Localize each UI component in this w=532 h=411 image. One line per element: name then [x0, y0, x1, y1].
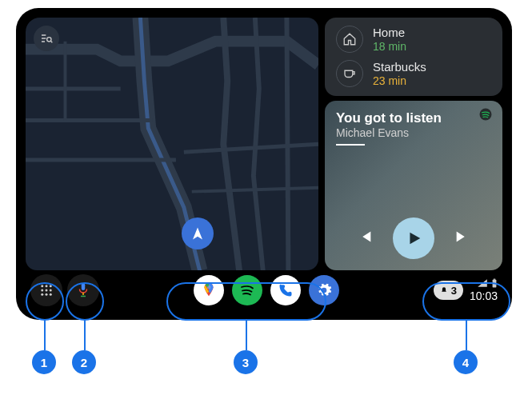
annotation-leader	[246, 321, 247, 350]
app-launcher-button[interactable]	[30, 274, 62, 306]
svg-point-2	[41, 285, 43, 287]
media-controls	[325, 217, 502, 259]
gear-icon	[316, 282, 332, 298]
svg-point-4	[50, 285, 52, 287]
svg-point-0	[47, 38, 51, 42]
destination-starbucks[interactable]: Starbucks 23 min	[336, 60, 491, 88]
navigation-arrow-icon	[190, 226, 205, 241]
bell-icon	[440, 286, 448, 294]
notification-count: 3	[451, 285, 457, 297]
svg-rect-11	[82, 283, 86, 290]
svg-point-6	[46, 289, 48, 292]
destination-name: Starbucks	[373, 60, 426, 74]
media-artist: Michael Evans	[336, 126, 491, 139]
battery-icon	[491, 278, 498, 288]
svg-point-13	[207, 286, 210, 289]
clock: 10:03	[470, 289, 498, 302]
app-dock	[194, 275, 339, 305]
cup-icon	[336, 60, 363, 87]
media-card[interactable]: You got to listen Michael Evans	[325, 101, 502, 270]
svg-point-8	[41, 293, 43, 296]
app-spotify[interactable]	[232, 275, 262, 305]
svg-point-9	[46, 293, 48, 296]
current-location-marker	[182, 217, 214, 249]
grid-icon	[39, 283, 54, 297]
map-roads	[26, 18, 318, 270]
map-search-button[interactable]	[34, 26, 59, 51]
media-title: You got to listen	[336, 110, 491, 126]
annotation-badge-3: 3	[234, 350, 258, 374]
map-pane[interactable]	[26, 18, 318, 270]
cell-signal-icon	[477, 278, 488, 288]
destination-eta: 18 min	[373, 40, 406, 54]
annotation-leader	[44, 321, 46, 350]
annotation-badge-1: 1	[32, 350, 56, 374]
app-phone[interactable]	[270, 275, 301, 305]
spotify-icon	[238, 281, 257, 300]
svg-point-7	[50, 289, 52, 292]
destinations-card: Home 18 min Starbucks 23 min	[325, 18, 502, 96]
content-area: Home 18 min Starbucks 23 min	[26, 18, 502, 270]
google-maps-icon	[200, 281, 218, 299]
status-area: 3 10:03	[434, 278, 498, 302]
app-settings[interactable]	[309, 275, 339, 305]
phone-icon	[278, 282, 294, 298]
annotation-leader	[84, 321, 86, 350]
annotation-leader	[466, 321, 467, 350]
notification-badge[interactable]: 3	[434, 281, 463, 300]
mic-icon	[76, 281, 90, 299]
navigation-bar: 3 10:03	[26, 270, 502, 310]
spotify-icon	[478, 107, 493, 125]
car-display-frame: Home 18 min Starbucks 23 min	[16, 8, 512, 320]
app-maps[interactable]	[194, 275, 224, 305]
assistant-mic-button[interactable]	[67, 274, 99, 306]
screen: Home 18 min Starbucks 23 min	[26, 18, 502, 310]
play-button[interactable]	[393, 217, 434, 259]
svg-point-10	[50, 293, 52, 296]
search-list-icon	[40, 32, 53, 45]
media-progress-bar[interactable]	[336, 144, 365, 146]
destination-eta: 23 min	[373, 74, 426, 88]
annotation-badge-2: 2	[72, 350, 96, 374]
home-icon	[336, 26, 363, 53]
next-button[interactable]	[454, 228, 471, 249]
right-column: Home 18 min Starbucks 23 min	[325, 18, 502, 270]
prev-button[interactable]	[356, 228, 374, 249]
svg-point-5	[41, 289, 43, 292]
destination-home[interactable]: Home 18 min	[336, 26, 491, 54]
destination-name: Home	[373, 26, 406, 40]
annotation-badge-4: 4	[454, 350, 478, 374]
svg-point-3	[46, 285, 48, 287]
svg-rect-15	[494, 279, 495, 280]
svg-rect-14	[493, 280, 497, 288]
